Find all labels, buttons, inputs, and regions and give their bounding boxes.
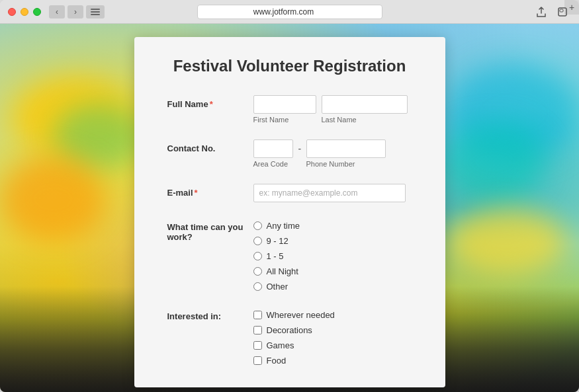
contact-fields: - Area Code Phone Number (253, 139, 412, 168)
checkbox-food-input[interactable] (253, 356, 262, 365)
phone-sublabels: Area Code Phone Number (253, 160, 412, 168)
phone-sublabel: Phone Number (306, 160, 386, 168)
browser-content: Festival Volunteer Registration Full Nam… (0, 24, 579, 392)
radio-any-time-input[interactable] (253, 221, 262, 230)
phone-number-input[interactable] (306, 139, 386, 158)
name-sublabels: First Name Last Name (253, 116, 412, 124)
first-name-sublabel: First Name (253, 116, 316, 124)
sidebar-icon (91, 9, 100, 15)
contact-label: Contact No. (167, 139, 253, 153)
toolbar-right (533, 5, 571, 19)
work-time-row: What time can you work? Any time 9 - 12 … (167, 218, 412, 292)
contact-row: Contact No. - Area Code Phone Number (167, 139, 412, 168)
email-label: E-mail* (167, 184, 253, 198)
last-name-input[interactable] (322, 95, 408, 114)
work-time-label: What time can you work? (167, 218, 253, 242)
name-input-row (253, 95, 412, 114)
checkbox-games[interactable]: Games (253, 340, 335, 350)
checkbox-games-label: Games (267, 340, 294, 350)
full-name-label: Full Name* (167, 95, 253, 109)
new-tab-icon (558, 7, 567, 17)
radio-any-time[interactable]: Any time (253, 221, 300, 231)
minimize-button[interactable] (21, 8, 28, 16)
phone-dash: - (298, 139, 302, 154)
radio-all-night-input[interactable] (253, 267, 262, 276)
nav-buttons: ‹ › (49, 5, 83, 19)
area-code-input[interactable] (253, 139, 293, 158)
new-tab-button[interactable] (554, 5, 571, 19)
email-row: E-mail* (167, 184, 412, 202)
interested-in-options: Wherever needed Decorations Games Food (253, 307, 335, 366)
work-time-options: Any time 9 - 12 1 - 5 All Night (253, 218, 300, 292)
registration-form: Festival Volunteer Registration Full Nam… (134, 37, 445, 387)
email-input[interactable] (253, 184, 406, 202)
radio-other-input[interactable] (253, 282, 262, 291)
interested-in-row: Interested in: Wherever needed Decoratio… (167, 307, 412, 366)
svg-rect-1 (91, 11, 100, 13)
radio-1-5[interactable]: 1 - 5 (253, 251, 300, 261)
radio-other[interactable]: Other (253, 282, 300, 292)
checkbox-food-label: Food (267, 356, 287, 366)
email-required-star: * (195, 188, 198, 198)
checkbox-decorations-label: Decorations (267, 325, 312, 335)
svg-rect-4 (560, 9, 563, 12)
radio-1-5-input[interactable] (253, 252, 262, 260)
last-name-sublabel: Last Name (322, 116, 408, 124)
share-button[interactable] (533, 5, 550, 19)
form-title: Festival Volunteer Registration (167, 57, 412, 75)
svg-rect-0 (91, 9, 100, 10)
radio-any-time-label: Any time (267, 221, 300, 231)
checkbox-games-input[interactable] (253, 341, 262, 350)
interested-in-label: Interested in: (167, 307, 253, 321)
checkbox-wherever-needed[interactable]: Wherever needed (253, 310, 335, 320)
radio-9-12-input[interactable] (253, 237, 262, 245)
required-star: * (210, 99, 213, 109)
email-field-group (253, 184, 412, 202)
radio-all-night[interactable]: All Night (253, 266, 300, 276)
checkbox-decorations[interactable]: Decorations (253, 325, 335, 335)
sidebar-toggle-button[interactable] (86, 5, 105, 19)
radio-other-label: Other (267, 282, 289, 292)
svg-rect-2 (91, 14, 100, 15)
radio-9-12-label: 9 - 12 (267, 236, 289, 246)
maximize-button[interactable] (33, 8, 41, 16)
close-button[interactable] (8, 8, 16, 16)
checkbox-wherever-needed-input[interactable] (253, 311, 262, 319)
radio-9-12[interactable]: 9 - 12 (253, 236, 300, 246)
smoke-cloud-5 (440, 123, 546, 202)
browser-window: ‹ › www.jotform.com (0, 0, 579, 392)
checkbox-wherever-needed-label: Wherever needed (267, 310, 335, 320)
checkbox-food[interactable]: Food (253, 356, 335, 366)
area-code-sublabel: Area Code (253, 160, 293, 168)
smoke-cloud-3 (0, 156, 106, 242)
radio-all-night-label: All Night (267, 266, 298, 276)
share-icon (537, 7, 546, 17)
phone-input-row: - (253, 139, 412, 158)
url-bar[interactable]: www.jotform.com (197, 5, 382, 19)
traffic-lights (8, 8, 41, 16)
forward-button[interactable]: › (67, 5, 83, 19)
titlebar: ‹ › www.jotform.com (0, 0, 579, 24)
radio-1-5-label: 1 - 5 (267, 251, 284, 261)
full-name-row: Full Name* First Name Last Name (167, 95, 412, 124)
first-name-input[interactable] (253, 95, 316, 114)
full-name-fields: First Name Last Name (253, 95, 412, 124)
checkbox-decorations-input[interactable] (253, 326, 262, 334)
smoke-cloud-6 (447, 209, 566, 275)
back-button[interactable]: ‹ (49, 5, 65, 19)
